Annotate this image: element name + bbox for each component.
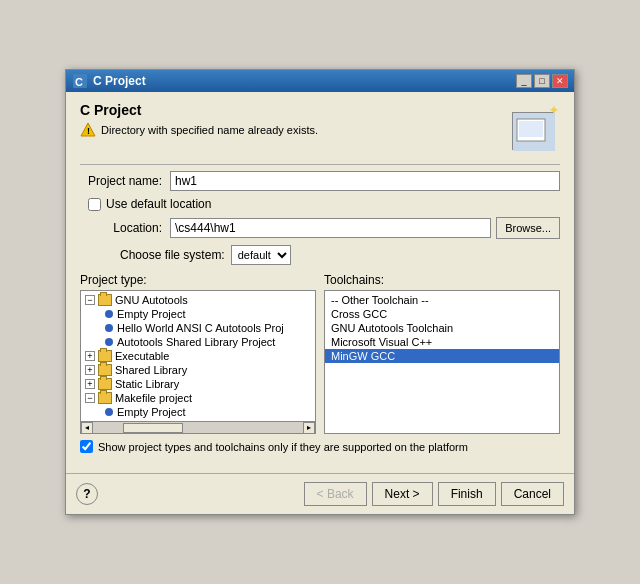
project-name-label: Project name:: [80, 174, 170, 188]
list-item[interactable]: GNU Autotools Toolchain: [325, 321, 559, 335]
button-bar: ? < Back Next > Finish Cancel: [66, 473, 574, 514]
scroll-right-arrow[interactable]: ▸: [303, 422, 315, 434]
folder-icon: [98, 392, 112, 404]
collapse-icon[interactable]: −: [85, 393, 95, 403]
bullet-icon: [105, 310, 113, 318]
project-type-label: Project type:: [80, 273, 316, 287]
list-item[interactable]: − GNU Autotools: [81, 293, 315, 307]
main-window: C C Project _ □ ✕ C Project ! Directory …: [65, 69, 575, 515]
location-input[interactable]: [170, 218, 491, 238]
item-label: Autotools Shared Library Project: [117, 336, 275, 348]
lists-row: Project type: − GNU Autotools Empty Proj…: [80, 273, 560, 434]
scrollbar-thumb[interactable]: [123, 423, 183, 433]
list-item[interactable]: Cross GCC: [325, 307, 559, 321]
bullet-icon: [105, 408, 113, 416]
collapse-icon[interactable]: −: [85, 295, 95, 305]
warning-message: Directory with specified name already ex…: [101, 124, 318, 136]
item-label: Empty Project: [117, 308, 185, 320]
bullet-icon: [105, 338, 113, 346]
list-item[interactable]: + Executable: [81, 349, 315, 363]
item-label: Makefile project: [115, 392, 192, 404]
platform-row: Show project types and toolchains only i…: [80, 440, 560, 453]
project-name-input[interactable]: [170, 171, 560, 191]
dialog-title: C Project: [80, 102, 512, 118]
toolchains-section: Toolchains: -- Other Toolchain -- Cross …: [324, 273, 560, 434]
cancel-button[interactable]: Cancel: [501, 482, 564, 506]
toolchains-label: Toolchains:: [324, 273, 560, 287]
filesystem-label: Choose file system:: [120, 248, 225, 262]
list-item[interactable]: + Shared Library: [81, 363, 315, 377]
platform-checkbox[interactable]: [80, 440, 93, 453]
item-label: Shared Library: [115, 364, 187, 376]
item-label: GNU Autotools: [115, 294, 188, 306]
dialog-content: C Project ! Directory with specified nam…: [66, 92, 574, 473]
bullet-icon: [105, 324, 113, 332]
item-label: Hello World ANSI C Autotools Proj: [117, 322, 284, 334]
svg-rect-6: [519, 121, 543, 137]
location-row: Location: Browse...: [80, 217, 560, 239]
folder-icon: [98, 350, 112, 362]
list-item[interactable]: Empty Project: [81, 307, 315, 321]
maximize-button[interactable]: □: [534, 74, 550, 88]
list-item[interactable]: Microsoft Visual C++: [325, 335, 559, 349]
folder-icon: [98, 294, 112, 306]
platform-label: Show project types and toolchains only i…: [98, 441, 468, 453]
list-item[interactable]: Empty Project: [81, 405, 315, 419]
minimize-button[interactable]: _: [516, 74, 532, 88]
help-button[interactable]: ?: [76, 483, 98, 505]
list-item[interactable]: MinGW GCC: [325, 349, 559, 363]
next-button[interactable]: Next >: [372, 482, 433, 506]
scroll-left-arrow[interactable]: ◂: [81, 422, 93, 434]
scrollbar[interactable]: ◂ ▸: [81, 421, 315, 433]
toolchains-items: -- Other Toolchain -- Cross GCC GNU Auto…: [325, 291, 559, 365]
filesystem-row: Choose file system: default: [80, 245, 560, 265]
list-item[interactable]: − Makefile project: [81, 391, 315, 405]
window-title: C Project: [93, 74, 146, 88]
expand-icon[interactable]: +: [85, 351, 95, 361]
browse-button[interactable]: Browse...: [496, 217, 560, 239]
default-location-row: Use default location: [80, 197, 560, 211]
default-location-label: Use default location: [106, 197, 211, 211]
location-label: Location:: [80, 221, 170, 235]
back-button[interactable]: < Back: [304, 482, 367, 506]
expand-icon[interactable]: +: [85, 365, 95, 375]
item-label: Static Library: [115, 378, 179, 390]
list-item[interactable]: + Static Library: [81, 377, 315, 391]
project-name-row: Project name:: [80, 171, 560, 191]
close-button[interactable]: ✕: [552, 74, 568, 88]
project-type-section: Project type: − GNU Autotools Empty Proj…: [80, 273, 316, 434]
list-item[interactable]: Autotools Shared Library Project: [81, 335, 315, 349]
folder-icon: [98, 364, 112, 376]
default-location-checkbox[interactable]: [88, 198, 101, 211]
folder-icon: [98, 378, 112, 390]
toolchains-list[interactable]: -- Other Toolchain -- Cross GCC GNU Auto…: [324, 290, 560, 434]
project-type-items: − GNU Autotools Empty Project H: [81, 291, 315, 421]
warning-icon: !: [80, 122, 96, 138]
title-bar: C C Project _ □ ✕: [66, 70, 574, 92]
header-image: ✦: [512, 102, 560, 150]
expand-icon[interactable]: +: [85, 379, 95, 389]
header-separator: [80, 164, 560, 165]
svg-text:!: !: [87, 126, 90, 136]
item-label: Executable: [115, 350, 169, 362]
list-item[interactable]: Hello World ANSI C Autotools Proj: [81, 321, 315, 335]
scrollbar-track[interactable]: [93, 422, 303, 434]
sparkle-icon: ✦: [548, 102, 560, 118]
header-graphic: [513, 113, 555, 151]
window-icon: C: [72, 73, 88, 89]
header-section: C Project ! Directory with specified nam…: [80, 102, 560, 150]
item-label: Empty Project: [117, 406, 185, 418]
list-item[interactable]: -- Other Toolchain --: [325, 293, 559, 307]
project-type-list[interactable]: − GNU Autotools Empty Project H: [80, 290, 316, 434]
svg-text:C: C: [75, 76, 83, 88]
finish-button[interactable]: Finish: [438, 482, 496, 506]
filesystem-select[interactable]: default: [231, 245, 291, 265]
